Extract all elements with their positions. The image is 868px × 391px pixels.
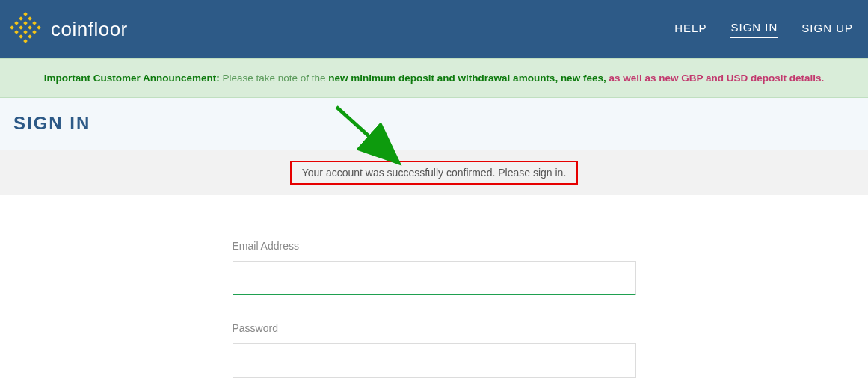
svg-rect-4	[23, 21, 28, 25]
svg-rect-5	[32, 21, 37, 25]
nav-sign-up[interactable]: SIGN UP	[801, 22, 853, 37]
svg-rect-1	[19, 16, 23, 21]
announcement-prefix: Important Customer Announcement:	[44, 73, 220, 84]
password-label: Password	[233, 322, 636, 334]
svg-rect-15	[23, 39, 28, 43]
announcement-text: Please take note of the	[220, 73, 329, 84]
email-group: Email Address	[233, 240, 636, 295]
svg-rect-0	[23, 12, 28, 16]
svg-rect-10	[14, 30, 19, 34]
svg-rect-2	[28, 16, 32, 21]
email-label: Email Address	[233, 240, 636, 252]
notice-bar: Your account was successfully confirmed.…	[0, 150, 868, 195]
announcement-link-deposit[interactable]: as well as new GBP and USD deposit detai…	[609, 73, 824, 84]
email-input[interactable]	[233, 261, 636, 295]
confirmation-notice: Your account was successfully confirmed.…	[290, 161, 579, 185]
announcement-banner: Important Customer Announcement: Please …	[0, 58, 868, 98]
main-header: coinfloor HELP SIGN IN SIGN UP	[0, 0, 868, 58]
brand-logo[interactable]: coinfloor	[7, 11, 128, 47]
coinfloor-logo-icon	[7, 11, 43, 47]
svg-rect-13	[19, 34, 23, 39]
top-nav: HELP SIGN IN SIGN UP	[674, 21, 853, 38]
announcement-link-fees[interactable]: new minimum deposit and withdrawal amoun…	[328, 73, 606, 84]
svg-rect-12	[32, 30, 37, 34]
nav-help[interactable]: HELP	[674, 22, 707, 37]
page-title: SIGN IN	[13, 113, 855, 134]
password-group: Password	[233, 322, 636, 378]
svg-rect-14	[28, 34, 32, 39]
nav-sign-in[interactable]: SIGN IN	[730, 21, 778, 38]
svg-rect-8	[28, 25, 32, 30]
svg-rect-11	[23, 30, 28, 34]
svg-rect-9	[37, 25, 41, 30]
page-title-bar: SIGN IN	[0, 98, 868, 150]
svg-rect-3	[14, 21, 19, 25]
password-input[interactable]	[233, 343, 636, 378]
svg-rect-7	[19, 25, 23, 30]
brand-name: coinfloor	[51, 18, 128, 41]
signin-form-area: Email Address Password	[0, 195, 868, 391]
svg-rect-6	[10, 25, 14, 30]
